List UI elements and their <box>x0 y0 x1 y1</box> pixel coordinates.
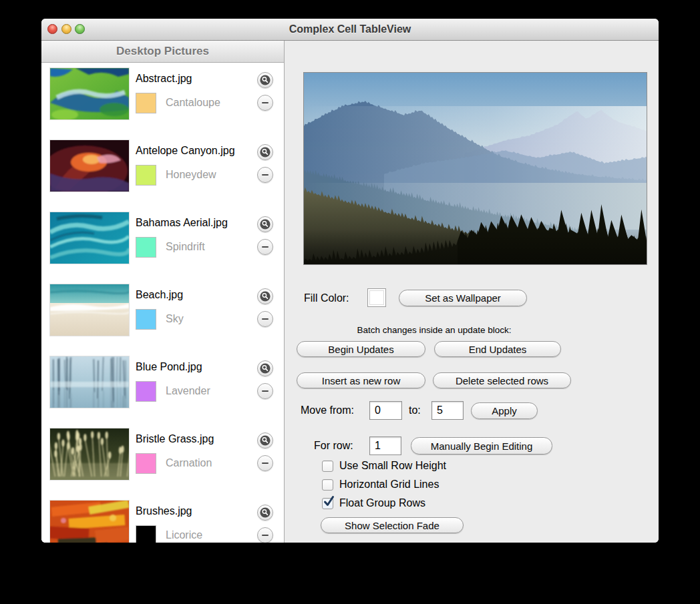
color-name: Cantaloupe <box>166 97 220 109</box>
set-wallpaper-button[interactable]: Set as Wallpaper <box>399 290 527 306</box>
table-row[interactable]: Bahamas Aerial.jpg Spindrift <box>41 207 284 279</box>
for-row-input[interactable] <box>369 436 401 455</box>
magnifier-icon <box>260 75 271 85</box>
remove-row-button[interactable] <box>257 167 273 183</box>
magnifier-button[interactable] <box>257 216 273 232</box>
magnifier-button[interactable] <box>257 288 273 304</box>
color-swatch[interactable] <box>136 453 156 474</box>
checkmark-icon <box>323 495 335 508</box>
picture-name: Bristle Grass.jpg <box>136 433 214 445</box>
apply-button[interactable]: Apply <box>471 402 538 419</box>
thumbnail-image <box>50 356 129 408</box>
float-group-rows-option[interactable]: Float Group Rows <box>322 497 425 509</box>
magnifier-icon <box>260 291 271 302</box>
thumbnail-image <box>50 140 129 192</box>
manual-edit-button[interactable]: Manually Begin Editing <box>411 437 552 455</box>
minimize-button[interactable] <box>61 24 71 34</box>
picture-name: Beach.jpg <box>136 289 183 301</box>
begin-updates-button[interactable]: Begin Updates <box>297 341 425 357</box>
magnifier-button[interactable] <box>257 505 273 521</box>
picture-name: Brushes.jpg <box>136 505 192 517</box>
thumbnail-image <box>50 501 129 543</box>
minus-icon <box>262 463 269 464</box>
picture-name: Blue Pond.jpg <box>136 361 202 373</box>
controls-panel: Fill Color: Set as Wallpaper Batch chang… <box>285 41 659 543</box>
minus-icon <box>262 102 269 103</box>
for-row-label: For row: <box>314 440 353 452</box>
color-name: Lavender <box>166 385 210 397</box>
batch-caption: Batch changes inside an update block: <box>297 325 572 335</box>
color-swatch[interactable] <box>136 525 156 543</box>
end-updates-button[interactable]: End Updates <box>434 341 561 357</box>
checkbox-label: Use Small Row Height <box>339 460 446 472</box>
picture-name: Abstract.jpg <box>136 73 192 85</box>
magnifier-icon <box>260 363 271 374</box>
show-fade-button[interactable]: Show Selection Fade <box>321 517 464 533</box>
remove-row-button[interactable] <box>257 527 273 543</box>
color-swatch[interactable] <box>136 165 156 186</box>
app-window: Complex Cell TableView Desktop Pictures … <box>41 19 659 543</box>
close-button[interactable] <box>47 24 57 34</box>
minus-icon <box>262 174 269 176</box>
insert-row-button[interactable]: Insert as new row <box>297 372 425 388</box>
pictures-table: Desktop Pictures Abstract.jpg Cantaloupe <box>41 41 285 543</box>
pictures-list[interactable]: Abstract.jpg Cantaloupe Antelope Canyon.… <box>41 63 284 543</box>
magnifier-button[interactable] <box>257 360 273 376</box>
remove-row-button[interactable] <box>257 383 273 399</box>
magnifier-button[interactable] <box>257 72 273 88</box>
color-name: Licorice <box>166 529 202 541</box>
to-label: to: <box>409 404 421 416</box>
table-row[interactable]: Beach.jpg Sky <box>41 279 284 351</box>
color-swatch[interactable] <box>136 93 156 113</box>
thumbnail-image <box>50 284 129 336</box>
magnifier-button[interactable] <box>257 432 273 448</box>
move-from-input[interactable] <box>369 401 402 420</box>
color-swatch[interactable] <box>136 237 156 258</box>
color-swatch[interactable] <box>136 381 156 402</box>
move-to-input[interactable] <box>431 401 464 420</box>
horizontal-grid-checkbox[interactable] <box>322 479 333 491</box>
minus-icon <box>262 246 269 248</box>
table-row[interactable]: Abstract.jpg Cantaloupe <box>41 63 284 135</box>
table-row[interactable]: Brushes.jpg Licorice <box>41 495 284 543</box>
color-name: Spindrift <box>166 241 205 253</box>
remove-row-button[interactable] <box>257 455 273 471</box>
picture-name: Antelope Canyon.jpg <box>136 145 235 157</box>
table-row[interactable]: Bristle Grass.jpg Carnation <box>41 423 284 495</box>
window-title: Complex Cell TableView <box>289 23 411 35</box>
color-swatch[interactable] <box>136 309 156 330</box>
checkbox-label: Horizontal Grid Lines <box>339 479 439 491</box>
delete-rows-button[interactable]: Delete selected rows <box>433 372 571 388</box>
picture-name: Bahamas Aerial.jpg <box>136 217 228 229</box>
small-row-height-option[interactable]: Use Small Row Height <box>322 460 446 472</box>
color-name: Honeydew <box>166 169 216 181</box>
remove-row-button[interactable] <box>257 239 273 255</box>
float-group-rows-checkbox[interactable] <box>322 498 333 509</box>
zoom-button[interactable] <box>75 24 85 34</box>
preview-image <box>304 73 647 264</box>
table-column-header: Desktop Pictures <box>41 41 284 63</box>
thumbnail-image <box>50 428 129 480</box>
move-from-label: Move from: <box>301 404 354 416</box>
horizontal-grid-option[interactable]: Horizontal Grid Lines <box>322 479 439 491</box>
table-row[interactable]: Blue Pond.jpg Lavender <box>41 351 284 423</box>
checkbox-label: Float Group Rows <box>339 497 425 509</box>
fill-color-label: Fill Color: <box>304 292 349 304</box>
title-bar[interactable]: Complex Cell TableView <box>41 19 659 41</box>
small-row-height-checkbox[interactable] <box>322 461 333 472</box>
table-row[interactable]: Antelope Canyon.jpg Honeydew <box>41 135 284 207</box>
remove-row-button[interactable] <box>257 311 273 327</box>
magnifier-icon <box>260 435 271 446</box>
color-name: Sky <box>166 313 184 325</box>
remove-row-button[interactable] <box>257 95 273 111</box>
color-name: Carnation <box>166 457 212 469</box>
thumbnail-image <box>50 68 129 119</box>
magnifier-icon <box>260 507 271 518</box>
magnifier-button[interactable] <box>257 144 273 160</box>
magnifier-icon <box>260 147 271 158</box>
minus-icon <box>262 390 269 392</box>
thumbnail-image <box>50 212 129 264</box>
fill-color-well[interactable] <box>367 288 386 307</box>
minus-icon <box>262 535 269 536</box>
minus-icon <box>262 318 269 320</box>
